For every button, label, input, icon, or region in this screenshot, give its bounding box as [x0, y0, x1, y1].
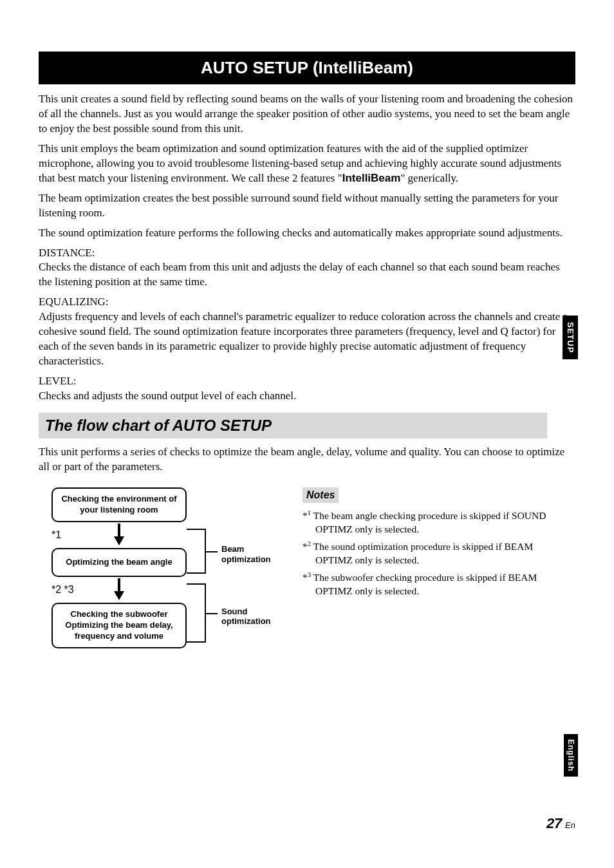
page-number: 27 En — [546, 814, 575, 833]
note-1: *1 The beam angle checking procedure is … — [302, 508, 554, 536]
distance-label: DISTANCE: — [39, 246, 575, 261]
page-title: AUTO SETUP (IntelliBeam) — [39, 52, 575, 84]
intro-paragraph-3: The beam optimization creates the best p… — [39, 191, 575, 221]
notes-section: Notes *1 The beam angle checking procedu… — [302, 487, 554, 601]
intro-paragraph-4: The sound optimization feature performs … — [39, 226, 575, 241]
note-2: *2 The sound optimization procedure is s… — [302, 539, 554, 567]
side-tab-setup: SETUP — [563, 316, 578, 359]
flow-box-3: Checking the subwoofer Optimizing the be… — [51, 603, 187, 648]
equalizing-text: Adjusts frequency and levels of each cha… — [39, 310, 575, 369]
page-number-value: 27 — [546, 815, 562, 831]
intro-paragraph-2: This unit employs the beam optimization … — [39, 142, 575, 186]
down-arrow-icon — [113, 578, 126, 600]
flow-chart: Checking the environment of your listeni… — [39, 487, 283, 648]
bracket-sound-mid — [206, 613, 218, 614]
flow-intro: This unit performs a series of checks to… — [39, 445, 575, 475]
asterisk-1: *1 — [51, 528, 61, 542]
intro-paragraph-1: This unit creates a sound field by refle… — [39, 92, 575, 137]
bracket-label-beam: Beam optimization — [221, 544, 283, 564]
level-label: LEVEL: — [39, 374, 575, 389]
bracket-label-sound: Sound optimization — [221, 607, 283, 627]
bracket-beam-mid — [206, 551, 218, 552]
flow-box-2: Optimizing the beam angle — [51, 548, 187, 577]
flow-box-1: Checking the environment of your listeni… — [51, 487, 187, 522]
svg-marker-3 — [114, 591, 124, 600]
equalizing-label: EQUALIZING: — [39, 295, 575, 310]
intro2-part-c: " generically. — [400, 172, 458, 184]
note-3: *3 The subwoofer checking procedure is s… — [302, 570, 554, 598]
down-arrow-icon — [113, 524, 126, 545]
intro2-part-a: This unit employs the beam optimization … — [39, 142, 561, 184]
section-header: The flow chart of AUTO SETUP — [39, 413, 547, 439]
page-number-lang: En — [565, 820, 575, 830]
intellibeam-term: IntelliBeam — [342, 172, 401, 184]
asterisk-2: *2 *3 — [51, 583, 74, 597]
side-tab-english: English — [564, 734, 578, 777]
level-text: Checks and adjusts the sound output leve… — [39, 389, 575, 404]
bracket-beam — [187, 529, 206, 574]
svg-marker-1 — [114, 536, 124, 545]
bracket-sound — [187, 583, 206, 643]
notes-header: Notes — [302, 487, 339, 503]
distance-text: Checks the distance of each beam from th… — [39, 260, 575, 290]
